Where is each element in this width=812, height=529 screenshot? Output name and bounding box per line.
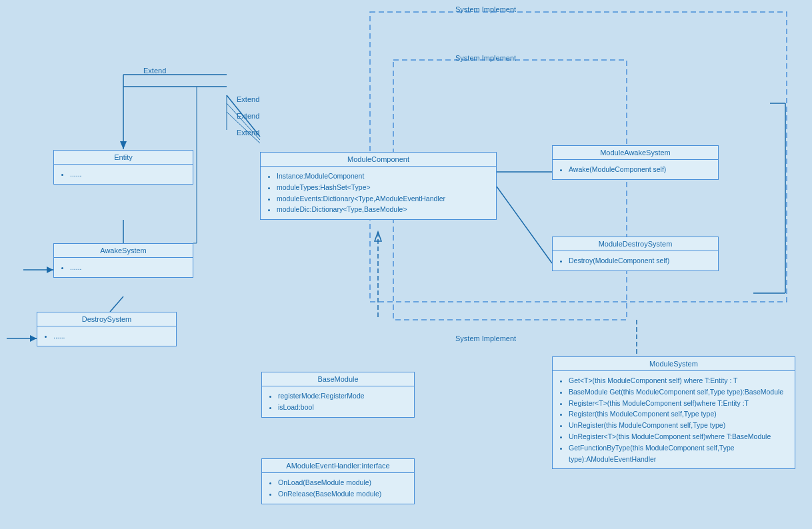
ms-field-3: Register<T>(this ModuleComponent self)wh… (569, 398, 788, 409)
module-component-body: Instance:ModuleComponent moduleTypes:Has… (261, 167, 496, 219)
entity-body: ...... (54, 165, 193, 184)
awake-system-box: AwakeSystem ...... (53, 243, 193, 278)
module-destroy-system-box: ModuleDestroySystem Destroy(ModuleCompon… (552, 237, 719, 271)
ms-field-5: UnRegister(this ModuleComponent self,Typ… (569, 420, 788, 431)
destroy-system-field-1: ...... (53, 330, 169, 342)
ms-field-7: GetFunctionByType(this ModuleComponent s… (569, 442, 788, 465)
ms-field-4: Register(this ModuleComponent self,Type … (569, 408, 788, 420)
bm-field-1: registerMode:RegisterMode (278, 390, 407, 402)
module-awake-system-box: ModuleAwakeSystem Awake(ModuleComponent … (552, 145, 719, 180)
mc-field-2: moduleTypes:HashSet<Type> (277, 182, 489, 193)
mc-field-3: moduleEvents:Dictionary<Type,AModuleEven… (277, 193, 489, 205)
label-extend-3: Extend (237, 112, 259, 120)
mc-field-1: Instance:ModuleComponent (277, 171, 489, 182)
module-component-box: ModuleComponent Instance:ModuleComponent… (260, 152, 497, 220)
ameh-field-1: OnLoad(BaseModule module) (278, 477, 407, 488)
mas-field-1: Awake(ModuleComponent self) (569, 164, 711, 175)
diagram-container: System Implement System Implement Extend… (0, 0, 812, 529)
label-extend-1: Extend (143, 67, 166, 75)
ms-field-1: Get<T>(this ModuleComponent self) where … (569, 375, 788, 386)
entity-box: Entity ...... (53, 150, 193, 185)
module-destroy-system-body: Destroy(ModuleComponent self) (553, 251, 718, 270)
ms-field-2: BaseModule Get(this ModuleComponent self… (569, 386, 788, 398)
base-module-box: BaseModule registerMode:RegisterMode isL… (261, 372, 415, 418)
svg-line-23 (110, 296, 123, 312)
base-module-title: BaseModule (262, 372, 414, 386)
bm-field-2: isLoad:bool (278, 402, 407, 413)
module-awake-system-body: Awake(ModuleComponent self) (553, 160, 718, 179)
ameh-title: AModuleEventHandler:interface (262, 459, 414, 473)
module-awake-system-title: ModuleAwakeSystem (553, 146, 718, 160)
svg-marker-3 (120, 141, 127, 149)
ameh-body: OnLoad(BaseModule module) OnRelease(Base… (262, 473, 414, 504)
module-component-title: ModuleComponent (261, 153, 496, 167)
module-destroy-system-title: ModuleDestroySystem (553, 237, 718, 251)
mc-field-4: moduleDic:Dictionary<Type,BaseModule> (277, 204, 489, 215)
label-system-implement-1: System Implement (455, 5, 516, 13)
destroy-system-box: DestroySystem ...... (37, 312, 177, 346)
module-system-title: ModuleSystem (553, 357, 795, 371)
destroy-system-body: ...... (37, 326, 176, 346)
module-system-body: Get<T>(this ModuleComponent self) where … (553, 371, 795, 468)
label-system-implement-2: System Implement (455, 54, 516, 62)
module-system-box: ModuleSystem Get<T>(this ModuleComponent… (552, 356, 795, 469)
base-module-body: registerMode:RegisterMode isLoad:bool (262, 386, 414, 417)
label-extend-2: Extend (237, 95, 259, 103)
awake-system-field-1: ...... (70, 262, 186, 273)
label-extend-4: Extend (237, 129, 259, 137)
svg-marker-12 (47, 266, 53, 273)
awake-system-title: AwakeSystem (54, 244, 193, 258)
ms-field-6: UnRegister<T>(this ModuleComponent self)… (569, 431, 788, 442)
entity-title: Entity (54, 151, 193, 165)
svg-marker-10 (375, 232, 381, 241)
mds-field-1: Destroy(ModuleComponent self) (569, 255, 711, 266)
a-module-event-handler-box: AModuleEventHandler:interface OnLoad(Bas… (261, 458, 415, 504)
svg-marker-14 (30, 335, 37, 342)
svg-line-20 (497, 187, 552, 263)
entity-field-1: ...... (70, 169, 186, 180)
awake-system-body: ...... (54, 258, 193, 277)
label-system-implement-3: System Implement (455, 334, 516, 342)
destroy-system-title: DestroySystem (37, 312, 176, 326)
ameh-field-2: OnRelease(BaseModule module) (278, 488, 407, 500)
